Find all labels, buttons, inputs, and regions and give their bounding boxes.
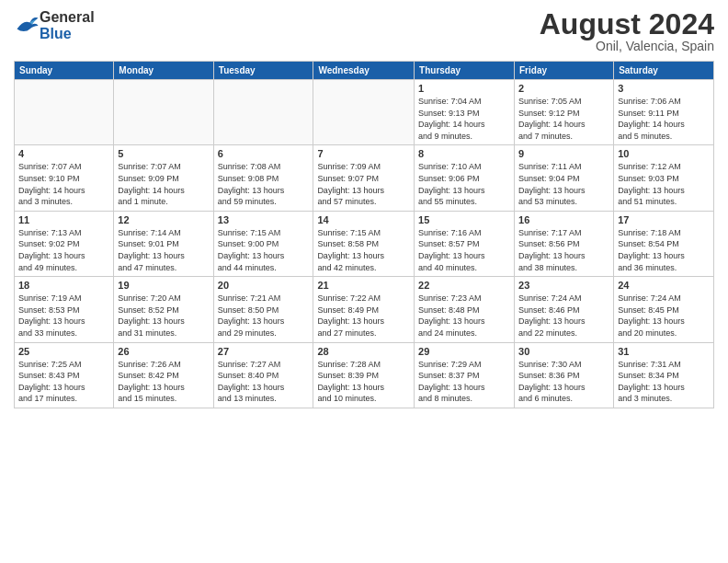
day-number: 27 <box>218 346 310 357</box>
day-info: Sunrise: 7:18 AM Sunset: 8:54 PM Dayligh… <box>618 227 710 273</box>
calendar-cell: 9Sunrise: 7:11 AM Sunset: 9:04 PM Daylig… <box>515 145 614 211</box>
calendar-cell: 31Sunrise: 7:31 AM Sunset: 8:34 PM Dayli… <box>614 342 714 408</box>
day-number: 20 <box>218 280 310 291</box>
page-container: General Blue August 2024 Onil, Valencia,… <box>0 0 728 563</box>
day-number: 31 <box>618 346 710 357</box>
day-number: 8 <box>418 148 510 159</box>
header-wednesday: Wednesday <box>313 62 415 80</box>
day-info: Sunrise: 7:30 AM Sunset: 8:36 PM Dayligh… <box>518 359 609 405</box>
day-number: 10 <box>618 148 710 159</box>
logo-general: General <box>40 9 95 25</box>
calendar-cell <box>114 80 213 145</box>
day-number: 6 <box>218 148 310 159</box>
day-number: 25 <box>18 346 109 357</box>
calendar-cell: 13Sunrise: 7:15 AM Sunset: 9:00 PM Dayli… <box>213 211 313 276</box>
day-number: 24 <box>618 280 710 291</box>
calendar-cell: 10Sunrise: 7:12 AM Sunset: 9:03 PM Dayli… <box>614 145 714 211</box>
header-friday: Friday <box>515 62 614 80</box>
calendar-cell: 25Sunrise: 7:25 AM Sunset: 8:43 PM Dayli… <box>15 342 114 408</box>
day-number: 30 <box>518 346 609 357</box>
week-row-2: 4Sunrise: 7:07 AM Sunset: 9:10 PM Daylig… <box>15 145 714 211</box>
day-number: 13 <box>218 214 310 225</box>
day-info: Sunrise: 7:11 AM Sunset: 9:04 PM Dayligh… <box>518 161 609 207</box>
day-number: 16 <box>518 214 609 225</box>
day-number: 19 <box>118 280 209 291</box>
day-number: 12 <box>118 214 209 225</box>
day-info: Sunrise: 7:31 AM Sunset: 8:34 PM Dayligh… <box>618 359 710 405</box>
day-number: 4 <box>18 148 109 159</box>
day-info: Sunrise: 7:21 AM Sunset: 8:50 PM Dayligh… <box>218 293 310 339</box>
calendar-cell: 16Sunrise: 7:17 AM Sunset: 8:56 PM Dayli… <box>515 211 614 276</box>
day-number: 3 <box>618 83 710 94</box>
calendar-cell: 7Sunrise: 7:09 AM Sunset: 9:07 PM Daylig… <box>313 145 415 211</box>
logo: General Blue <box>14 9 95 41</box>
calendar-cell: 19Sunrise: 7:20 AM Sunset: 8:52 PM Dayli… <box>114 277 213 342</box>
day-info: Sunrise: 7:16 AM Sunset: 8:57 PM Dayligh… <box>418 227 510 273</box>
calendar-cell <box>313 80 415 145</box>
day-info: Sunrise: 7:04 AM Sunset: 9:13 PM Dayligh… <box>418 96 510 142</box>
day-number: 17 <box>618 214 710 225</box>
header-thursday: Thursday <box>415 62 515 80</box>
day-info: Sunrise: 7:07 AM Sunset: 9:10 PM Dayligh… <box>18 161 109 207</box>
calendar-cell: 22Sunrise: 7:23 AM Sunset: 8:48 PM Dayli… <box>415 277 515 342</box>
calendar-cell: 20Sunrise: 7:21 AM Sunset: 8:50 PM Dayli… <box>213 277 313 342</box>
calendar-cell <box>213 80 313 145</box>
day-number: 1 <box>418 83 510 94</box>
day-number: 15 <box>418 214 510 225</box>
day-number: 5 <box>118 148 209 159</box>
calendar-cell <box>15 80 114 145</box>
week-row-3: 11Sunrise: 7:13 AM Sunset: 9:02 PM Dayli… <box>15 211 714 276</box>
day-info: Sunrise: 7:15 AM Sunset: 8:58 PM Dayligh… <box>317 227 410 273</box>
title-block: August 2024 Onil, Valencia, Spain <box>540 9 714 53</box>
day-info: Sunrise: 7:29 AM Sunset: 8:37 PM Dayligh… <box>418 359 510 405</box>
day-info: Sunrise: 7:09 AM Sunset: 9:07 PM Dayligh… <box>317 161 410 207</box>
calendar-cell: 15Sunrise: 7:16 AM Sunset: 8:57 PM Dayli… <box>415 211 515 276</box>
day-info: Sunrise: 7:28 AM Sunset: 8:39 PM Dayligh… <box>317 359 410 405</box>
day-info: Sunrise: 7:25 AM Sunset: 8:43 PM Dayligh… <box>18 359 109 405</box>
calendar-cell: 18Sunrise: 7:19 AM Sunset: 8:53 PM Dayli… <box>15 277 114 342</box>
calendar-cell: 27Sunrise: 7:27 AM Sunset: 8:40 PM Dayli… <box>213 342 313 408</box>
day-info: Sunrise: 7:15 AM Sunset: 9:00 PM Dayligh… <box>218 227 310 273</box>
calendar-cell: 24Sunrise: 7:24 AM Sunset: 8:45 PM Dayli… <box>614 277 714 342</box>
day-info: Sunrise: 7:24 AM Sunset: 8:46 PM Dayligh… <box>518 293 609 339</box>
day-info: Sunrise: 7:24 AM Sunset: 8:45 PM Dayligh… <box>618 293 710 339</box>
calendar-cell: 14Sunrise: 7:15 AM Sunset: 8:58 PM Dayli… <box>313 211 415 276</box>
calendar-table: Sunday Monday Tuesday Wednesday Thursday… <box>14 61 714 408</box>
week-row-4: 18Sunrise: 7:19 AM Sunset: 8:53 PM Dayli… <box>15 277 714 342</box>
week-row-1: 1Sunrise: 7:04 AM Sunset: 9:13 PM Daylig… <box>15 80 714 145</box>
day-number: 28 <box>317 346 410 357</box>
day-info: Sunrise: 7:26 AM Sunset: 8:42 PM Dayligh… <box>118 359 209 405</box>
calendar-cell: 26Sunrise: 7:26 AM Sunset: 8:42 PM Dayli… <box>114 342 213 408</box>
day-info: Sunrise: 7:17 AM Sunset: 8:56 PM Dayligh… <box>518 227 609 273</box>
location-subtitle: Onil, Valencia, Spain <box>540 39 714 53</box>
day-info: Sunrise: 7:06 AM Sunset: 9:11 PM Dayligh… <box>618 96 710 142</box>
day-info: Sunrise: 7:20 AM Sunset: 8:52 PM Dayligh… <box>118 293 209 339</box>
calendar-cell: 12Sunrise: 7:14 AM Sunset: 9:01 PM Dayli… <box>114 211 213 276</box>
header-tuesday: Tuesday <box>213 62 313 80</box>
day-number: 26 <box>118 346 209 357</box>
day-number: 21 <box>317 280 410 291</box>
calendar-cell: 17Sunrise: 7:18 AM Sunset: 8:54 PM Dayli… <box>614 211 714 276</box>
day-info: Sunrise: 7:27 AM Sunset: 8:40 PM Dayligh… <box>218 359 310 405</box>
day-info: Sunrise: 7:23 AM Sunset: 8:48 PM Dayligh… <box>418 293 510 339</box>
calendar-cell: 28Sunrise: 7:28 AM Sunset: 8:39 PM Dayli… <box>313 342 415 408</box>
header-monday: Monday <box>114 62 213 80</box>
day-number: 23 <box>518 280 609 291</box>
logo-blue: Blue <box>40 26 72 41</box>
day-info: Sunrise: 7:12 AM Sunset: 9:03 PM Dayligh… <box>618 161 710 207</box>
calendar-cell: 23Sunrise: 7:24 AM Sunset: 8:46 PM Dayli… <box>515 277 614 342</box>
day-number: 22 <box>418 280 510 291</box>
page-header: General Blue August 2024 Onil, Valencia,… <box>14 9 714 53</box>
day-info: Sunrise: 7:08 AM Sunset: 9:08 PM Dayligh… <box>218 161 310 207</box>
calendar-cell: 1Sunrise: 7:04 AM Sunset: 9:13 PM Daylig… <box>415 80 515 145</box>
day-number: 2 <box>518 83 609 94</box>
day-number: 18 <box>18 280 109 291</box>
logo-text: General Blue <box>40 9 95 41</box>
day-number: 9 <box>518 148 609 159</box>
calendar-cell: 6Sunrise: 7:08 AM Sunset: 9:08 PM Daylig… <box>213 145 313 211</box>
day-info: Sunrise: 7:22 AM Sunset: 8:49 PM Dayligh… <box>317 293 410 339</box>
weekday-header-row: Sunday Monday Tuesday Wednesday Thursday… <box>15 62 714 80</box>
calendar-cell: 2Sunrise: 7:05 AM Sunset: 9:12 PM Daylig… <box>515 80 614 145</box>
day-number: 7 <box>317 148 410 159</box>
header-saturday: Saturday <box>614 62 714 80</box>
